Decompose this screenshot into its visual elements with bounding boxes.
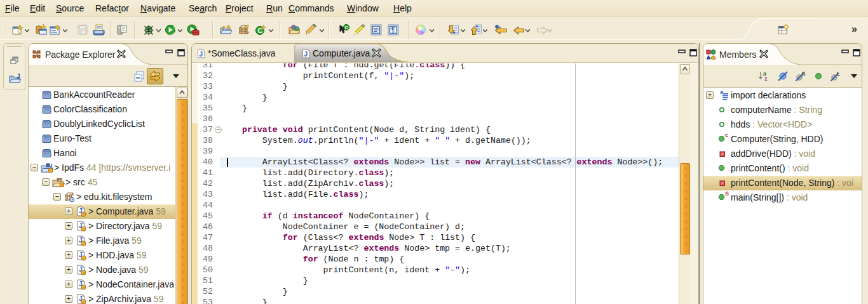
svg-text:J: J (200, 51, 203, 58)
svg-text:S: S (802, 70, 806, 77)
svg-text:J: J (17, 73, 20, 80)
svg-text:¶: ¶ (391, 27, 395, 34)
svg-text:J: J (222, 25, 225, 31)
svg-text:L: L (837, 70, 841, 77)
svg-text:C: C (345, 25, 349, 30)
svg-text:J: J (304, 51, 308, 58)
svg-text:z: z (764, 76, 768, 82)
svg-text:C: C (258, 27, 263, 34)
